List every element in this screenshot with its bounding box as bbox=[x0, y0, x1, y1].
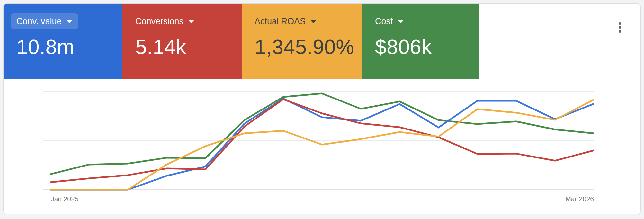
line-chart bbox=[4, 79, 641, 214]
metric-selector-conversions[interactable]: Conversions bbox=[130, 13, 200, 29]
chevron-down-icon bbox=[66, 20, 73, 23]
chevron-down-icon bbox=[188, 20, 194, 23]
metric-card-actual-roas[interactable]: Actual ROAS 1,345.90% bbox=[242, 4, 362, 79]
metric-value: 5.14k bbox=[135, 35, 232, 59]
performance-chart-card: Conv. value 10.8m Conversions 5.14k Actu… bbox=[3, 3, 641, 214]
metric-value: 1,345.90% bbox=[255, 35, 353, 59]
metric-value: $806k bbox=[375, 35, 470, 59]
metric-label: Conversions bbox=[135, 16, 183, 26]
x-axis-label-end: Mar 2026 bbox=[530, 195, 594, 203]
metric-card-conversions[interactable]: Conversions 5.14k bbox=[122, 4, 242, 79]
chevron-down-icon bbox=[310, 20, 317, 23]
metric-card-conv-value[interactable]: Conv. value 10.8m bbox=[4, 4, 122, 79]
chevron-down-icon bbox=[398, 20, 404, 23]
metric-label: Cost bbox=[375, 16, 393, 26]
kebab-menu-icon bbox=[619, 26, 621, 29]
chart-line-cost bbox=[50, 93, 594, 174]
metric-card-cost[interactable]: Cost $806k bbox=[362, 4, 479, 79]
metric-selector-conv-value[interactable]: Conv. value bbox=[11, 13, 78, 29]
metric-selector-cost[interactable]: Cost bbox=[369, 13, 410, 29]
metric-selector-actual-roas[interactable]: Actual ROAS bbox=[249, 13, 322, 29]
kebab-menu-icon bbox=[619, 30, 621, 33]
metric-cards-row: Conv. value 10.8m Conversions 5.14k Actu… bbox=[4, 4, 640, 79]
metric-label: Actual ROAS bbox=[255, 16, 306, 26]
more-options-button[interactable] bbox=[613, 20, 627, 35]
line-chart-area: Jan 2025 Mar 2026 bbox=[4, 79, 641, 214]
kebab-menu-icon bbox=[619, 22, 621, 25]
x-axis-label-start: Jan 2025 bbox=[51, 195, 78, 203]
metric-label: Conv. value bbox=[16, 16, 62, 26]
metric-value: 10.8m bbox=[16, 35, 113, 59]
